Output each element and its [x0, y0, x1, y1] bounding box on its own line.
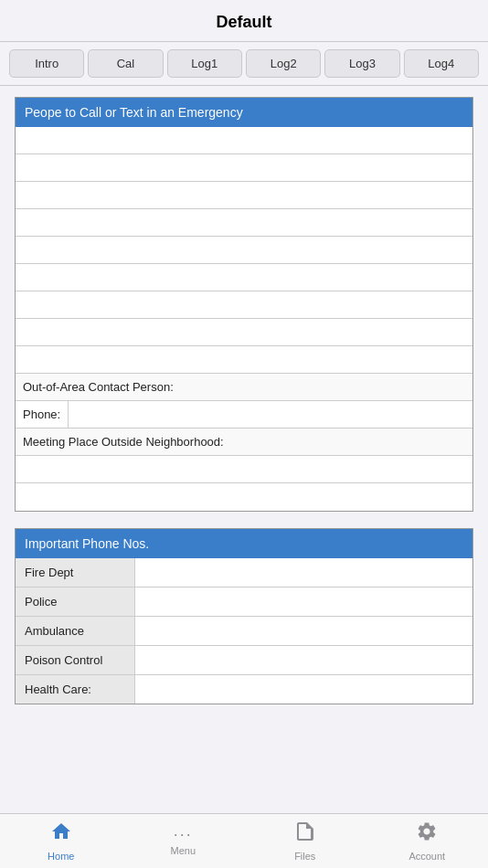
nav-home-label: Home: [48, 851, 74, 862]
out-of-area-label: Out-of-Area Contact Person:: [16, 374, 472, 401]
fire-dept-label: Fire Dept: [16, 558, 134, 587]
phone-section-header: Important Phone Nos.: [16, 529, 472, 558]
phone-row: Phone:: [16, 401, 472, 429]
menu-icon: ···: [174, 826, 193, 842]
contact-row-1[interactable]: [16, 127, 472, 154]
contact-row-9[interactable]: [16, 346, 472, 374]
nav-account-label: Account: [408, 851, 445, 862]
meeting-place-label: Meeting Place Outside Neighborhood:: [16, 429, 472, 456]
fire-dept-input[interactable]: [134, 558, 472, 587]
poison-input[interactable]: [134, 646, 472, 674]
nav-account[interactable]: Account: [366, 820, 489, 862]
tab-bar: Intro Cal Log1 Log2 Log3 Log4: [0, 42, 488, 86]
emergency-section-header: Peope to Call or Text in an Emergency: [16, 98, 472, 127]
nav-menu[interactable]: ··· Menu: [122, 826, 245, 856]
meeting-row-1[interactable]: [16, 456, 472, 483]
police-row: Police: [16, 587, 472, 617]
main-content: Peope to Call or Text in an Emergency Ou…: [0, 86, 488, 795]
contact-row-5[interactable]: [16, 237, 472, 264]
contact-row-7[interactable]: [16, 291, 472, 319]
ambulance-input[interactable]: [134, 617, 472, 645]
phone-input[interactable]: [68, 401, 472, 428]
nav-menu-label: Menu: [170, 845, 196, 856]
contact-row-4[interactable]: [16, 209, 472, 237]
bottom-navigation: Home ··· Menu Files Account: [0, 813, 488, 868]
poison-row: Poison Control: [16, 646, 472, 675]
phone-label: Phone:: [16, 401, 68, 428]
page-title: Default: [216, 13, 271, 31]
ambulance-row: Ambulance: [16, 617, 472, 646]
nav-files[interactable]: Files: [244, 820, 366, 862]
tab-log1[interactable]: Log1: [167, 49, 242, 78]
contact-row-3[interactable]: [16, 182, 472, 209]
app-header: Default: [0, 0, 488, 42]
nav-files-label: Files: [294, 851, 315, 862]
health-care-input[interactable]: [134, 675, 472, 704]
health-care-row: Health Care:: [16, 675, 472, 704]
police-input[interactable]: [134, 587, 472, 616]
fire-dept-row: Fire Dept: [16, 558, 472, 587]
meeting-row-2[interactable]: [16, 483, 472, 511]
contact-row-6[interactable]: [16, 264, 472, 291]
health-care-label: Health Care:: [16, 675, 134, 704]
nav-home[interactable]: Home: [0, 820, 122, 862]
home-icon: [50, 820, 72, 848]
file-icon: [295, 820, 315, 848]
poison-label: Poison Control: [16, 646, 134, 674]
contact-row-8[interactable]: [16, 319, 472, 346]
emergency-section: Peope to Call or Text in an Emergency Ou…: [15, 97, 473, 512]
tab-cal[interactable]: Cal: [88, 49, 163, 78]
tab-log4[interactable]: Log4: [404, 49, 479, 78]
contact-row-2[interactable]: [16, 154, 472, 182]
account-icon: [416, 820, 438, 848]
police-label: Police: [16, 587, 134, 616]
ambulance-label: Ambulance: [16, 617, 134, 645]
tab-log3[interactable]: Log3: [324, 49, 399, 78]
tab-log2[interactable]: Log2: [246, 49, 321, 78]
tab-intro[interactable]: Intro: [9, 49, 84, 78]
phone-section: Important Phone Nos. Fire Dept Police Am…: [15, 528, 473, 704]
